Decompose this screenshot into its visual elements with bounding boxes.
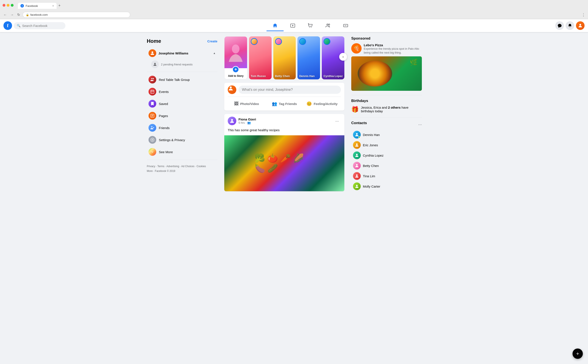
nav-watch[interactable] [284,21,301,30]
search-input[interactable] [22,24,62,27]
post-more-button[interactable]: ··· [333,117,341,125]
svg-point-26 [231,119,233,121]
feeling-activity-button[interactable]: 😊 Feeling/Activity [303,99,341,108]
post-text: This has some great healthy recipes [224,128,344,135]
svg-point-9 [346,25,347,26]
contact-dennis[interactable]: Dennis Han [351,130,422,140]
svg-point-30 [356,164,358,166]
svg-rect-20 [152,92,152,93]
sponsored-image[interactable]: 🌿 [351,56,422,91]
photo-icon: 🖼 [234,101,238,106]
create-button[interactable]: Create [207,39,217,43]
pending-requests-item[interactable]: 2 pending friend requests [149,59,217,70]
new-tab-button[interactable]: + [58,3,62,9]
more-icon [149,148,156,156]
pending-requests-text: 2 pending friend requests [161,63,193,66]
post-box-actions: 🖼 Photo/Video 👥 Tag Friends 😊 Feeling/Ac… [228,97,341,108]
contact-molly[interactable]: Molly Carter [351,181,422,191]
refresh-button[interactable]: ↻ [16,12,21,18]
sponsored-section: Sponsored 🍕 Lebo's Pizza Experience the … [351,36,422,91]
contact-eric[interactable]: Eric Jones [351,140,422,150]
create-post-box: 🖼 Photo/Video 👥 Tag Friends 😊 Feeling/Ac… [224,83,344,110]
contact-cynthia-avatar [353,151,361,159]
sidebar-item-pages[interactable]: Pages [147,110,217,122]
svg-point-31 [356,175,358,176]
post-separator: · [246,121,246,124]
nav-home[interactable] [267,21,284,30]
svg-point-29 [356,154,358,155]
copyright: Facebook © 2019 [155,169,175,173]
photo-video-label: Photo/Video [240,102,259,106]
advertising-link[interactable]: Advertising [166,165,179,168]
close-dot[interactable] [3,4,5,7]
nav-groups[interactable] [319,21,337,30]
more-link[interactable]: More [147,169,153,173]
terms-link[interactable]: Terms [157,165,164,168]
search-bar[interactable]: 🔍 [14,22,65,29]
browser-more-button[interactable]: ⋮ [581,13,585,17]
ad-choices-link[interactable]: Ad Choices [181,165,194,168]
sidebar-item-more[interactable]: See More [147,146,217,158]
stories-row: + Add to Story Tom Russo Betty Chen [224,36,344,79]
tag-friends-label: Tag Friends [279,102,297,106]
address-bar[interactable]: 🔒 facebook.com [23,12,130,18]
sponsored-name[interactable]: Lebo's Pizza [364,43,422,47]
sidebar-item-redtable[interactable]: Red Table Talk Group [147,74,217,86]
contact-cynthia[interactable]: Cynthia Lopez [351,150,422,161]
sponsored-item: 🍕 Lebo's Pizza Experience the trendy piz… [351,43,422,55]
story-dennis[interactable]: Dennis Han [297,36,320,79]
tag-friends-button[interactable]: 👥 Tag Friends [265,99,303,108]
header-right [555,21,585,30]
sidebar-item-label-friends: Friends [159,126,170,130]
footer-more-link: More · Facebook © 2019 [147,169,175,173]
contact-molly-name: Molly Carter [363,185,380,188]
sidebar-item-friends[interactable]: Friends [147,122,217,134]
birthday-count: 2 others [388,106,400,109]
user-avatar[interactable] [576,21,585,30]
maximize-dot[interactable] [11,4,13,7]
post-time: 5 hrs [238,121,245,124]
nav-marketplace[interactable] [302,21,319,30]
saved-icon [149,100,156,108]
svg-point-2 [309,27,310,28]
story-tom-name: Tom Russo [251,74,272,78]
add-story-card[interactable]: + Add to Story [224,36,247,79]
stories-next-button[interactable]: › [339,53,347,61]
cookies-link[interactable]: Cookies [196,165,206,168]
feed-post-1: Fiona Ozeri 5 hrs · 👥 ··· This has some … [224,114,344,191]
back-button[interactable]: ← [3,12,8,18]
pages-icon [149,112,156,120]
contact-betty[interactable]: Betty Chen [351,161,422,171]
story-tom[interactable]: Tom Russo [249,36,272,79]
contact-cynthia-name: Cynthia Lopez [363,154,384,157]
sidebar-user[interactable]: Josephine Williams ▲ [147,47,217,59]
sidebar-item-events[interactable]: Events [147,86,217,98]
svg-point-25 [230,86,232,88]
tab-close-button[interactable]: × [52,4,54,7]
sidebar-item-label-events: Events [159,90,169,94]
contacts-more-button[interactable]: ··· [418,122,422,127]
notifications-button[interactable] [566,21,574,30]
post-header: Fiona Ozeri 5 hrs · 👥 ··· [224,114,344,128]
forward-button[interactable]: → [9,12,15,18]
messenger-button[interactable] [555,21,564,30]
active-tab[interactable]: f Facebook × [18,3,57,9]
facebook-logo[interactable]: f [3,21,12,30]
minimize-dot[interactable] [7,4,9,7]
whats-on-mind-input[interactable] [238,86,341,94]
contact-tina[interactable]: Tina Lim [351,171,422,181]
contact-eric-avatar [353,141,361,149]
birthdays-section: Birthdays 🎁 Jessica, Erica and 2 others … [351,99,422,113]
story-betty[interactable]: Betty Chen [273,36,296,79]
svg-point-14 [151,78,152,79]
nav-gaming[interactable] [337,21,354,30]
left-sidebar: Home Create Josephine Williams ▲ 2 pendi… [143,36,221,195]
sidebar-item-label-pages: Pages [159,114,168,118]
post-meta: 5 hrs · 👥 [238,121,331,124]
privacy-link[interactable]: Privacy [147,165,155,168]
birthdays-title: Birthdays [351,99,422,103]
sidebar-item-settings[interactable]: Settings & Privacy [147,134,217,146]
photo-video-button[interactable]: 🖼 Photo/Video [228,99,265,108]
center-feed: + Add to Story Tom Russo Betty Chen [221,36,348,195]
sidebar-item-saved[interactable]: Saved [147,98,217,110]
